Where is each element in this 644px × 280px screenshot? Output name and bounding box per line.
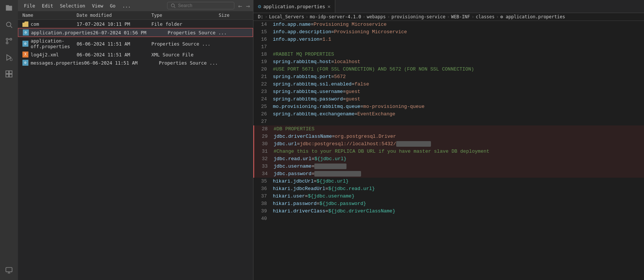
line-number: 36	[253, 185, 271, 193]
search-bar[interactable]	[167, 2, 234, 9]
line-content: info.app.description=Provisioning Micros…	[271, 28, 644, 36]
col-size: Size	[219, 13, 249, 18]
remote-icon[interactable]	[4, 265, 14, 276]
code-line: 21spring.rabbitmq.port=5672	[253, 73, 644, 81]
line-number: 39	[253, 208, 271, 215]
line-content: spring.rabbitmq.port=5672	[271, 73, 644, 81]
menu-go[interactable]: Go	[107, 2, 118, 9]
line-content: spring.rabbitmq.password=guest	[271, 96, 644, 103]
code-line: 22spring.rabbitmq.ssl.enabled=false	[253, 81, 644, 88]
line-number: 16	[253, 36, 271, 43]
line-content: jdbc.password=████████████████	[272, 170, 644, 178]
file-name-label: application-off.properties	[31, 38, 77, 49]
xml-icon: X	[22, 52, 28, 57]
code-container[interactable]: 14info.app.name=Provisioning Microservic…	[253, 21, 644, 280]
line-content: #DB PROPERTIES	[272, 125, 644, 133]
file-row[interactable]: ⚙ application-off.properties 06-06-2024 …	[18, 37, 253, 50]
svg-point-2	[6, 38, 8, 40]
file-type: Properties Source ...	[168, 30, 235, 35]
code-line: 30jdbc.url=jdbc:postgresql://localhost:5…	[253, 140, 644, 148]
breadcrumb-item[interactable]: mo-idp-server-4.1.0	[310, 14, 361, 19]
line-content: jdbc.url=jdbc:postgresql://localhost:543…	[272, 140, 644, 148]
breadcrumb-separator: ›	[265, 14, 267, 19]
file-row[interactable]: ⚙ application.properties 26-07-2024 01:5…	[18, 28, 253, 37]
props-icon: ⚙	[22, 41, 28, 47]
svg-rect-11	[6, 74, 9, 77]
tab-close-button[interactable]: ✕	[327, 3, 330, 9]
line-number: 25	[253, 103, 271, 111]
code-line: 23spring.rabbitmq.username=guest	[253, 88, 644, 96]
line-number: 26	[253, 111, 271, 118]
file-type: XML Source File	[151, 52, 219, 57]
svg-rect-12	[9, 74, 12, 77]
file-name: ⚙ application.properties	[23, 29, 93, 35]
svg-rect-13	[6, 268, 12, 272]
code-line: 37hikari.user=${jdbc.username}	[253, 193, 644, 200]
source-control-icon[interactable]	[4, 36, 14, 46]
line-number: 37	[253, 193, 271, 200]
breadcrumb-item[interactable]: classes	[476, 14, 495, 19]
tab-application-properties[interactable]: ⚙ application.properties ✕	[253, 0, 335, 13]
file-type: Properties Source ...	[151, 41, 219, 47]
breadcrumb-item[interactable]: ⚙ application.properties	[500, 14, 565, 19]
line-number: 20	[253, 66, 271, 73]
line-content: spring.rabbitmq.ssl.enabled=false	[271, 81, 644, 88]
code-line: 35hikari.jdbcUrl=${jdbc.url}	[253, 178, 644, 185]
file-name-label: messages.properties	[31, 60, 84, 66]
file-date: 06-06-2024 11:51 AM	[77, 41, 151, 47]
line-number: 33	[254, 163, 272, 170]
file-name: ⚙ messages.properties	[22, 60, 84, 66]
breadcrumb-item[interactable]: provisioning-service	[391, 14, 446, 19]
line-number: 35	[253, 178, 271, 185]
line-number: 14	[253, 21, 271, 28]
code-line: 29jdbc.driverClassName=org.postgresql.Dr…	[253, 133, 644, 140]
line-number: 30	[254, 140, 272, 148]
code-line: 36hikari.jdbcReadUrl=${jdbc.read.url}	[253, 185, 644, 193]
run-icon[interactable]	[4, 52, 14, 63]
line-number: 19	[253, 58, 271, 66]
code-line: 40	[253, 215, 644, 223]
files-icon[interactable]	[4, 3, 14, 13]
breadcrumb-item[interactable]: Local_Servers	[269, 14, 304, 19]
breadcrumb-item[interactable]: WEB-INF	[451, 14, 470, 19]
file-row[interactable]: ⚙ messages.properties 06-06-2024 11:51 A…	[18, 59, 253, 67]
code-line: 32jdbc.read.url=${jdbc.url}	[253, 155, 644, 163]
code-line: 16info.app.version=1.1	[253, 36, 644, 43]
line-content: info.app.version=1.1	[271, 36, 644, 43]
breadcrumb-separator: ›	[387, 14, 390, 19]
line-content: hikari.password=${jdbc.password}	[271, 200, 644, 208]
props-icon: ⚙	[23, 29, 29, 35]
code-line: 25mo.provisioning.rabbitmq.queue=mo-prov…	[253, 103, 644, 111]
line-content: info.app.name=Provisioning Microservice	[271, 21, 644, 28]
nav-back[interactable]: ←	[238, 2, 242, 10]
file-date: 06-06-2024 11:51 AM	[77, 52, 151, 57]
menu-file[interactable]: File	[21, 2, 38, 9]
file-name: X log4j2.xml	[22, 52, 77, 57]
nav-forward[interactable]: →	[246, 2, 250, 10]
menu-more[interactable]: ...	[119, 2, 134, 9]
svg-line-15	[174, 7, 175, 8]
line-number: 40	[253, 215, 271, 223]
menu-selection[interactable]: Selection	[57, 2, 88, 9]
line-number: 18	[253, 51, 271, 58]
file-row[interactable]: com 17-07-2024 10:11 PM File folder	[18, 20, 253, 28]
line-content: #USE PORT 5671 (FOR SSL CONNECTION) AND …	[271, 66, 644, 73]
code-line: 33jdbc.username=███████████	[253, 163, 644, 170]
file-row[interactable]: X log4j2.xml 06-06-2024 11:51 AM XML Sou…	[18, 50, 253, 59]
breadcrumb-item[interactable]: webapps	[367, 14, 386, 19]
svg-point-0	[6, 22, 11, 27]
line-content: #Change this to your REPLICA DB URL if y…	[272, 148, 644, 155]
search-input[interactable]	[178, 3, 223, 8]
menu-view[interactable]: View	[89, 2, 106, 9]
menu-edit[interactable]: Edit	[39, 2, 56, 9]
search-icon[interactable]	[4, 19, 14, 30]
line-number: 38	[253, 200, 271, 208]
svg-point-3	[6, 42, 8, 44]
svg-rect-10	[9, 71, 12, 74]
breadcrumb-item[interactable]: D:	[258, 14, 263, 19]
tab-file-icon: ⚙	[258, 3, 261, 9]
extensions-icon[interactable]	[4, 69, 14, 79]
breadcrumb-separator: ›	[471, 14, 474, 19]
breadcrumb-separator: ›	[496, 14, 499, 19]
tab-label: application.properties	[263, 4, 325, 9]
